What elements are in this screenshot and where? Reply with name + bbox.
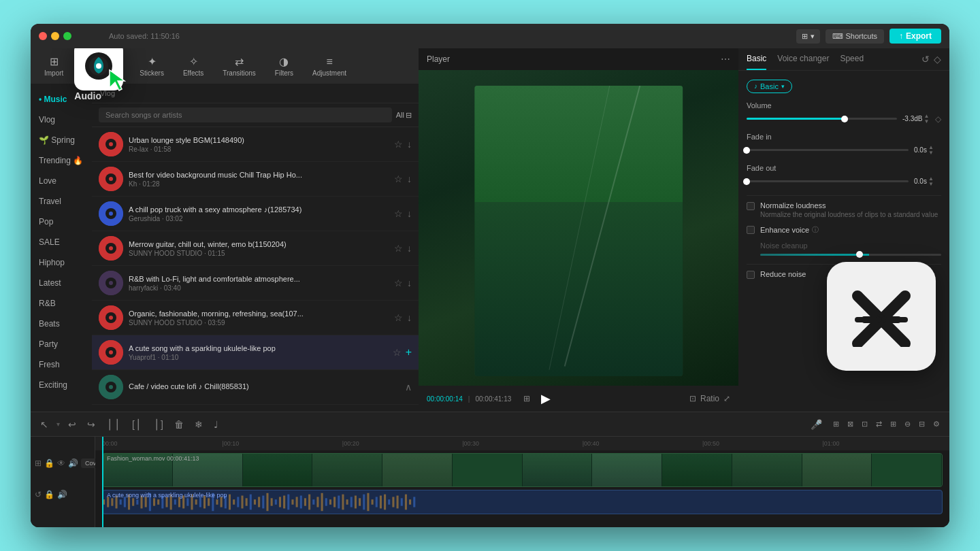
reset-button[interactable]: ↺ — [921, 54, 930, 65]
audio-loop-button[interactable]: ↺ — [35, 490, 42, 499]
playhead[interactable] — [102, 437, 103, 527]
import-tool[interactable]: ⊞ Import — [36, 51, 71, 81]
layout-button[interactable]: ⊞ ▾ — [796, 29, 819, 44]
list-item[interactable]: Merrow guitar, chill out, winter, emo b(… — [92, 231, 419, 266]
all-filter-button[interactable]: All ⊟ — [396, 111, 412, 120]
list-item[interactable]: A cute song with a sparkling ukulele-lik… — [92, 335, 419, 370]
list-item[interactable]: Cafe / video cute lofi ♪ Chill(885831) ∧ — [92, 370, 419, 405]
fade-in-stepper[interactable]: ▲ ▼ — [928, 145, 934, 156]
favorite-button[interactable]: ☆ — [394, 139, 403, 150]
track-tool-3[interactable]: ⊡ — [859, 418, 870, 430]
favorite-button[interactable]: ☆ — [394, 208, 403, 219]
download-button[interactable]: ↓ — [407, 173, 412, 184]
fullscreen-button[interactable]: ⤢ — [723, 394, 730, 403]
download-button[interactable]: ↓ — [407, 208, 412, 219]
redo-button[interactable]: ↪ — [84, 418, 98, 431]
timeline-tracks[interactable]: 00:00 |00:10 |00:20 |00:30 |00:40 |00:50… — [95, 437, 949, 527]
split-left-button[interactable]: [⎪ — [129, 418, 145, 431]
fullscreen-button[interactable] — [63, 32, 71, 40]
list-item[interactable]: Organic, fashionable, morning, refreshin… — [92, 301, 419, 335]
download-button[interactable]: ↓ — [407, 139, 412, 150]
favorite-button[interactable]: ☆ — [394, 278, 403, 288]
list-item[interactable]: Best for video background music Chill Tr… — [92, 162, 419, 197]
adjustment-tool[interactable]: ≡ Adjustment — [304, 52, 355, 81]
volume-stepper[interactable]: ▲ ▼ — [924, 114, 929, 124]
tab-voice-changer[interactable]: Voice changer — [777, 54, 829, 70]
volume-slider[interactable] — [747, 118, 897, 120]
grid-view-button[interactable]: ⊞ — [523, 394, 530, 403]
sidebar-item-fresh[interactable]: Fresh — [31, 354, 92, 375]
delete-button[interactable]: 🗑 — [172, 418, 186, 431]
normalize-checkbox[interactable] — [747, 202, 755, 210]
search-input[interactable] — [99, 107, 392, 122]
close-button[interactable] — [39, 32, 47, 40]
minimize-button[interactable] — [51, 32, 59, 40]
list-item[interactable]: R&B with Lo-Fi, light and comfortable at… — [92, 266, 419, 301]
screenshot-button[interactable]: ⊡ — [689, 394, 696, 403]
audio-button[interactable]: ♩ — [211, 418, 221, 431]
sidebar-item-pop[interactable]: Pop — [31, 212, 92, 232]
ratio-button[interactable]: Ratio — [700, 394, 719, 403]
audio-lock-button[interactable]: 🔒 — [44, 490, 54, 499]
download-button[interactable]: ↓ — [407, 312, 412, 323]
video-track[interactable]: Fashion_woman.mov 00:00:41:13 — [102, 453, 943, 487]
track-tool-2[interactable]: ⊠ — [845, 418, 856, 430]
noise-cleanup-slider[interactable] — [760, 254, 941, 256]
fade-in-down[interactable]: ▼ — [928, 150, 934, 156]
reduce-noise-checkbox[interactable] — [747, 271, 755, 279]
sidebar-item-rnb[interactable]: R&B — [31, 293, 92, 314]
enhance-voice-checkbox[interactable] — [747, 226, 755, 234]
track-lock-button[interactable]: 🔒 — [44, 458, 54, 468]
effects-tool[interactable]: ✧ Effects — [175, 51, 212, 81]
track-tool-1[interactable]: ⊞ — [830, 418, 842, 430]
player-menu-button[interactable]: ⋯ — [721, 54, 730, 65]
sidebar-item-travel[interactable]: Travel — [31, 191, 92, 212]
sidebar-item-trending[interactable]: Trending 🔥 — [31, 150, 92, 171]
track-audio-button[interactable]: 🔊 — [68, 458, 78, 468]
sidebar-item-hiphop[interactable]: Hiphop — [31, 252, 92, 273]
volume-down[interactable]: ▼ — [924, 119, 929, 124]
sidebar-item-sale[interactable]: SALE — [31, 232, 92, 252]
sidebar-item-vlog[interactable]: Vlog — [31, 110, 92, 130]
favorite-button[interactable]: ☆ — [394, 173, 403, 184]
favorite-button[interactable]: ☆ — [393, 347, 402, 358]
audio-volume-button[interactable]: 🔊 — [57, 490, 67, 499]
audio-track[interactable]: A cute song with a sparkling ukulele-lik… — [102, 490, 943, 514]
play-button[interactable]: ▶ — [536, 391, 556, 406]
sidebar-item-party[interactable]: Party — [31, 334, 92, 354]
volume-reset-button[interactable]: ◇ — [935, 114, 941, 124]
tab-speed[interactable]: Speed — [840, 54, 864, 70]
track-tool-5[interactable]: ⊞ — [887, 418, 899, 430]
track-tool-7[interactable]: ⊟ — [916, 418, 928, 430]
download-button[interactable]: ↓ — [407, 243, 412, 254]
select-tool[interactable]: ↖ — [37, 418, 51, 431]
shortcuts-button[interactable]: ⌨ Shortcuts — [826, 29, 884, 44]
diamond-button[interactable]: ◇ — [934, 54, 941, 65]
tab-basic[interactable]: Basic — [747, 54, 766, 70]
freeze-button[interactable]: ❄ — [192, 418, 206, 431]
mic-button[interactable]: 🎤 — [808, 418, 825, 431]
track-visibility-button[interactable]: 👁 — [57, 458, 65, 468]
track-tool-6[interactable]: ⊖ — [902, 418, 913, 430]
fade-out-slider[interactable] — [747, 180, 909, 182]
track-collapse-button[interactable]: ⊞ — [35, 458, 42, 468]
sidebar-item-spring[interactable]: 🌱 Spring — [31, 130, 92, 150]
sidebar-item-beats[interactable]: Beats — [31, 314, 92, 334]
list-item[interactable]: Urban lounge style BGM(1148490) Re-lax ·… — [92, 127, 419, 162]
filters-tool[interactable]: ◑ Filters — [267, 51, 301, 81]
track-tool-4[interactable]: ⇄ — [873, 418, 885, 430]
sidebar-item-latest[interactable]: Latest — [31, 273, 92, 293]
split-button[interactable]: ⎪⎪ — [103, 418, 124, 431]
transitions-tool[interactable]: ⇄ Transitions — [214, 51, 264, 81]
undo-button[interactable]: ↩ — [65, 418, 79, 431]
add-to-timeline-button[interactable]: + — [406, 346, 412, 358]
basic-badge[interactable]: ♪ Basic ▾ — [747, 80, 792, 93]
stickers-tool[interactable]: ✦ Stickers — [131, 51, 172, 81]
favorite-button[interactable]: ☆ — [394, 243, 403, 254]
fade-in-slider[interactable] — [747, 149, 909, 151]
sidebar-item-exciting[interactable]: Exciting — [31, 375, 92, 395]
split-right-button[interactable]: ⎪] — [150, 418, 166, 431]
settings-button[interactable]: ⚙ — [930, 418, 943, 430]
fade-out-stepper[interactable]: ▲ ▼ — [928, 176, 934, 187]
favorite-button[interactable]: ☆ — [394, 312, 403, 323]
